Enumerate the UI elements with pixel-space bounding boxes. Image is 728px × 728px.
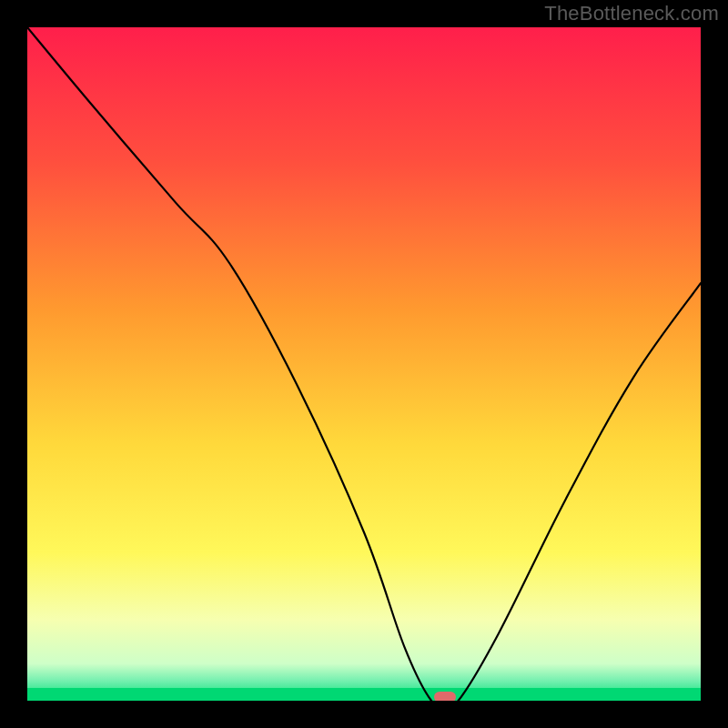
watermark-text: TheBottleneck.com [544, 2, 719, 25]
bottleneck-curve [27, 27, 701, 701]
chart-container: TheBottleneck.com [0, 0, 728, 728]
optimal-point-marker [434, 692, 456, 701]
plot-area [27, 27, 701, 701]
